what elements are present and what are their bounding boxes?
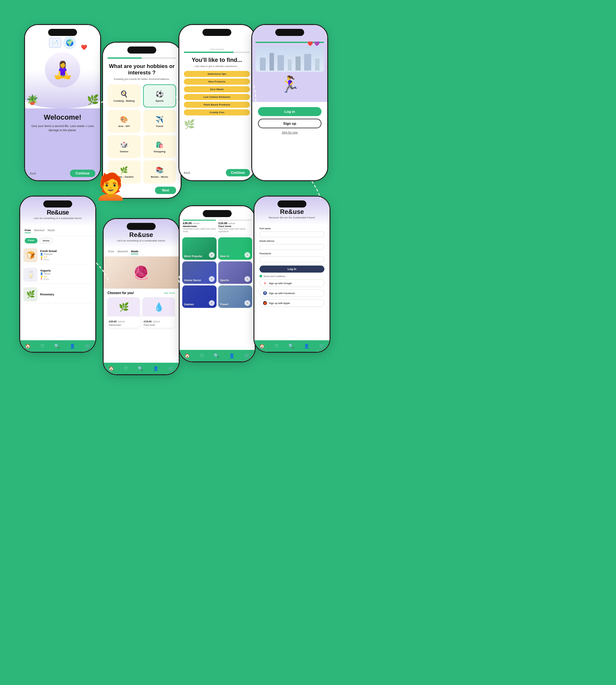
phone-registration: Re&use Because We are the Sustainable Fu… [254,196,330,353]
nav-heart[interactable]: ♡ [40,343,45,349]
back-button-find[interactable]: Back [184,171,190,175]
google-icon: G [263,281,267,285]
hobbies-subtitle: Knowing you counts for better recommenda… [108,77,176,81]
nav-home-6[interactable]: 🏠 [108,366,114,371]
hobby-sports[interactable]: ⚽ Sports [143,84,176,108]
tab-free-6[interactable]: Free [108,250,114,254]
cat-new-in[interactable]: New in › [218,237,252,260]
google-signup-btn[interactable]: G Sign up with Google [260,279,324,287]
apple-signup-btn[interactable]: 🍎 Sign up with Apple [260,299,324,307]
continue-button[interactable]: Continue [70,170,95,177]
item-rosemary: 🌿 Rosemary [23,286,92,303]
top-product-handcream[interactable]: £35.00 £46.00 Handcream Handmade cream m… [183,220,216,233]
app-title-5: Re&use [25,209,91,216]
cat-most-popular[interactable]: Most Popular › [182,237,217,260]
nav-heart-6[interactable]: ♡ [124,366,128,371]
next-button-hobbies[interactable]: Next [155,187,176,194]
find-subtitle: Last step to get a ultimate experience..… [184,65,250,68]
hobby-plants[interactable]: 🌿 Plants - Garden [108,160,141,183]
input-password[interactable] [260,256,324,262]
see-more-link[interactable]: See more [163,292,175,294]
login-btn-8[interactable]: Log in [260,266,324,273]
login-button[interactable]: Log in [258,107,322,116]
apple-icon: 🍎 [263,301,267,305]
nav-cart-6[interactable]: 🛒 [169,366,174,371]
chosen-title: Choosen for you! [108,291,134,295]
item-user-yogurts: 👤Jamal [40,272,92,275]
signup-button[interactable]: Sign up [258,119,322,128]
filter-awareness[interactable]: Awareness tips [184,71,250,77]
nav-user[interactable]: 👤 [70,343,75,349]
item-img-rosemary: 🌿 [23,287,38,301]
product-face-toner[interactable]: 💧 £15.00 £25.00 Face toner [142,297,175,328]
top-product-facetoner[interactable]: £15.00 £25.00 Face toner Face toner made… [219,220,251,233]
input-fullname[interactable] [260,231,324,237]
nav-cart[interactable]: 🛒 [85,343,90,349]
tab-wanted[interactable]: Wanted [34,229,44,233]
hobby-books[interactable]: 📚 Books - Music [143,160,176,183]
facetoner-old-price: £25.00 [153,320,160,323]
input-email[interactable] [260,244,324,250]
filter-new-products[interactable]: New Products [184,78,250,85]
cat-home-decor[interactable]: Home Decor › [182,261,217,284]
filter-cruelty-free[interactable]: Cruelty Free [184,109,250,115]
product-handcream[interactable]: 🌿 £35.00 £46.00 Handcream [108,297,140,328]
nav-search-7[interactable]: 🔍 [214,353,219,358]
runner-illustration: 🏃‍♀️ [280,75,300,94]
nav-search[interactable]: 🔍 [54,343,60,349]
filter-plant-based[interactable]: Plant Based Products [184,102,250,108]
item-dist-yogurts: 📍 900m [40,278,92,281]
tab-wanted-6[interactable]: Wanted [117,250,128,254]
trace-label: Trace process [184,48,250,50]
globe-icon: 🌍 [63,36,76,49]
nav-user-7[interactable]: 👤 [229,353,235,358]
hobby-games[interactable]: 🎲 Games [108,135,141,158]
hobby-arts[interactable]: 🎨 Arts - DIY [108,110,141,133]
document-icon: 📄 [49,38,61,48]
cat-travel[interactable]: Travel › [218,286,252,308]
welcome-description: Give your items a second life. Less wast… [30,124,95,132]
filter-zero-waste[interactable]: Zero Waste [184,86,250,92]
facebook-signup-btn[interactable]: f Sign up with Facebook [260,289,324,297]
facebook-signup-label: Sign up with Facebook [269,292,295,295]
nav-heart-8[interactable]: ♡ [274,343,279,349]
nav-heart-7[interactable]: ♡ [200,353,204,358]
app-title-8: Re&use [259,208,325,215]
hobby-cooking[interactable]: 🍳 Cooking - Baking [108,84,141,108]
nav-home-8[interactable]: 🏠 [259,343,265,349]
nav-user-6[interactable]: 👤 [153,366,158,371]
sports-label: Sports [220,279,229,282]
cat-sports[interactable]: Sports › [218,261,252,284]
hearts: ❤️ 💜 [307,41,320,46]
nav-cart-7[interactable]: 🛒 [244,353,250,358]
back-button[interactable]: Back [30,172,36,175]
terms-text[interactable]: Terms and Conditions... [263,275,287,277]
item-fresh-bread: 🍞 Fresh bread 👤Nathalie ⭐ 5.0 📍 500m [23,247,92,264]
continue-button-find[interactable]: Continue [226,169,250,176]
nav-home-7[interactable]: 🏠 [184,353,190,358]
filter-low-carbon[interactable]: Low Carbon Emission [184,94,250,100]
nav-search-8[interactable]: 🔍 [288,343,294,349]
tab-free[interactable]: Free [25,229,31,233]
nav-user-8[interactable]: 👤 [304,343,309,349]
tab-made[interactable]: Made [47,229,55,233]
chip-items[interactable]: Items [40,238,53,244]
nav-cart-8[interactable]: 🛒 [319,343,325,349]
phone-welcome: 📄 🌍 🧘‍♀️ ❤️ 🪴 🌿 Welocome! Give your item… [24,24,101,181]
plant-left: 🪴 [26,94,38,105]
hobby-shopping[interactable]: 🛍️ Shopping [143,135,176,158]
nav-search-6[interactable]: 🔍 [138,366,143,371]
back-button-hobbies[interactable]: Back [108,189,114,192]
facetoner-price: £15.00 [144,320,151,323]
hobby-travel[interactable]: ✈️ Travel [143,110,176,133]
apple-signup-label: Sign up with Apple [269,302,290,305]
label-fullname: Full name [260,227,324,230]
facebook-icon: f [263,291,267,295]
city-skyline [256,46,324,72]
cat-games[interactable]: Games › [182,286,217,308]
nav-home[interactable]: 🏠 [25,343,30,349]
chip-food[interactable]: Food [25,238,38,244]
skip-button[interactable]: Skip for now [282,131,298,134]
tab-made-6[interactable]: Made [131,250,138,254]
item-rating-yogurts: ⭐ 4.0 [40,275,92,278]
